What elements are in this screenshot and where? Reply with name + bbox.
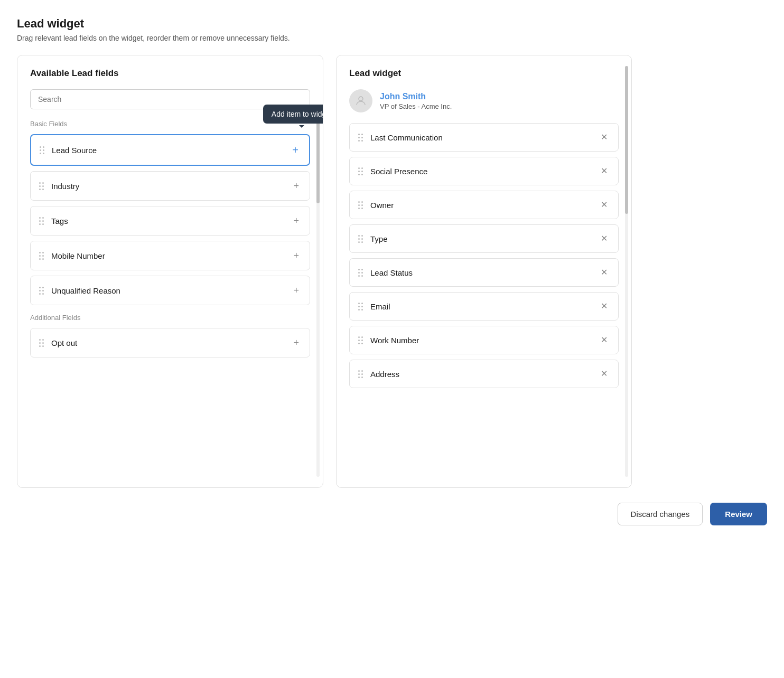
page-subtitle: Drag relevant lead fields on the widget,… xyxy=(17,34,767,42)
address-widget-field[interactable]: Address ✕ xyxy=(349,360,619,388)
add-unqualified-reason-button[interactable]: + xyxy=(291,284,301,297)
owner-widget-label: Owner xyxy=(370,201,599,210)
type-widget-label: Type xyxy=(370,234,599,243)
right-panel-scrollbar[interactable] xyxy=(625,66,628,477)
drag-handle-work-number xyxy=(358,336,363,344)
remove-lead-status-button[interactable]: ✕ xyxy=(599,266,610,279)
unqualified-reason-field[interactable]: Unqualified Reason + xyxy=(30,276,310,305)
footer: Discard changes Review xyxy=(17,503,767,525)
industry-field[interactable]: Industry + xyxy=(30,171,310,201)
user-avatar-icon xyxy=(354,95,367,107)
lead-status-widget-field[interactable]: Lead Status ✕ xyxy=(349,258,619,287)
tags-label: Tags xyxy=(51,216,291,225)
add-tags-button[interactable]: + xyxy=(291,214,301,228)
email-widget-field[interactable]: Email ✕ xyxy=(349,292,619,321)
opt-out-label: Opt out xyxy=(51,338,291,347)
review-button[interactable]: Review xyxy=(710,503,767,525)
user-info: John Smith VP of Sales - Acme Inc. xyxy=(380,92,452,110)
drag-handle-owner xyxy=(358,201,363,209)
page-title: Lead widget xyxy=(17,17,767,31)
drag-handle-mobile-number xyxy=(39,252,44,260)
social-presence-widget-label: Social Presence xyxy=(370,167,599,176)
user-header: John Smith VP of Sales - Acme Inc. xyxy=(349,89,619,112)
tags-field[interactable]: Tags + xyxy=(30,206,310,236)
last-communication-widget-label: Last Communication xyxy=(370,133,599,142)
svg-point-0 xyxy=(359,97,363,101)
address-widget-label: Address xyxy=(370,370,599,379)
lead-status-widget-label: Lead Status xyxy=(370,268,599,277)
industry-label: Industry xyxy=(51,182,291,191)
drag-handle-lead-source xyxy=(40,146,44,154)
left-panel: Available Lead fields Basic Fields Lead … xyxy=(17,55,323,488)
drag-handle-last-communication xyxy=(358,134,363,142)
add-industry-button[interactable]: + xyxy=(291,179,301,193)
drag-handle-tags xyxy=(39,217,44,225)
left-panel-scroll-thumb xyxy=(316,108,320,203)
drag-handle-type xyxy=(358,235,363,243)
remove-address-button[interactable]: ✕ xyxy=(599,368,610,380)
add-lead-source-button[interactable]: + xyxy=(290,143,301,157)
lead-source-label: Lead Source xyxy=(52,146,290,155)
drag-handle-unqualified-reason xyxy=(39,287,44,295)
basic-fields-label: Basic Fields xyxy=(30,120,310,128)
drag-handle-email xyxy=(358,303,363,310)
right-panel-scroll-thumb xyxy=(625,66,628,214)
right-panel: Lead widget John Smith VP of Sales - Acm… xyxy=(336,55,632,488)
widget-fields-list: Last Communication ✕ Social Presence ✕ O… xyxy=(349,123,619,388)
discard-changes-button[interactable]: Discard changes xyxy=(618,503,703,525)
last-communication-widget-field[interactable]: Last Communication ✕ xyxy=(349,123,619,152)
opt-out-field[interactable]: Opt out + xyxy=(30,328,310,357)
remove-last-communication-button[interactable]: ✕ xyxy=(599,131,610,144)
user-job-title: VP of Sales - Acme Inc. xyxy=(380,102,452,110)
additional-fields-label: Additional Fields xyxy=(30,314,310,322)
type-widget-field[interactable]: Type ✕ xyxy=(349,224,619,253)
lead-source-field[interactable]: Lead Source + Add item to widget xyxy=(30,134,310,166)
drag-handle-lead-status xyxy=(358,269,363,277)
search-input[interactable] xyxy=(30,89,310,109)
avatar xyxy=(349,89,372,112)
right-panel-title: Lead widget xyxy=(349,68,619,79)
add-opt-out-button[interactable]: + xyxy=(291,336,301,350)
drag-handle-social-presence xyxy=(358,167,363,175)
mobile-number-field[interactable]: Mobile Number + xyxy=(30,241,310,270)
work-number-widget-field[interactable]: Work Number ✕ xyxy=(349,326,619,354)
remove-type-button[interactable]: ✕ xyxy=(599,232,610,245)
social-presence-widget-field[interactable]: Social Presence ✕ xyxy=(349,157,619,185)
panels-container: Available Lead fields Basic Fields Lead … xyxy=(17,55,767,488)
drag-handle-address xyxy=(358,370,363,378)
email-widget-label: Email xyxy=(370,302,599,311)
add-mobile-number-button[interactable]: + xyxy=(291,249,301,262)
remove-social-presence-button[interactable]: ✕ xyxy=(599,165,610,177)
left-panel-scrollbar[interactable] xyxy=(316,108,320,477)
user-name: John Smith xyxy=(380,92,452,101)
left-panel-title: Available Lead fields xyxy=(30,68,310,79)
remove-work-number-button[interactable]: ✕ xyxy=(599,334,610,346)
work-number-widget-label: Work Number xyxy=(370,336,599,345)
mobile-number-label: Mobile Number xyxy=(51,251,291,260)
remove-owner-button[interactable]: ✕ xyxy=(599,199,610,211)
drag-handle-opt-out xyxy=(39,339,44,347)
drag-handle-industry xyxy=(39,182,44,190)
remove-email-button[interactable]: ✕ xyxy=(599,300,610,313)
unqualified-reason-label: Unqualified Reason xyxy=(51,286,291,295)
owner-widget-field[interactable]: Owner ✕ xyxy=(349,191,619,219)
